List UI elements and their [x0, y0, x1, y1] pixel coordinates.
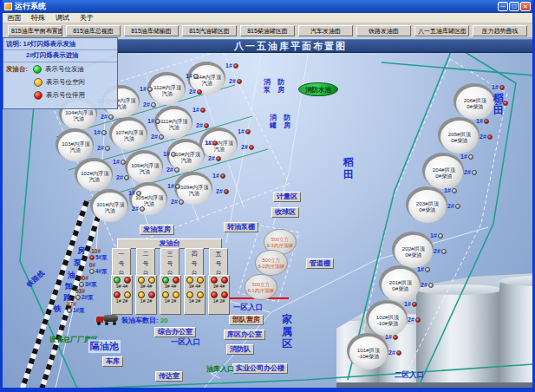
- close-button[interactable]: ✕: [520, 2, 531, 11]
- tank-lamp-2: 2#: [143, 101, 156, 108]
- tank-lamp-1: 1#: [167, 183, 180, 189]
- tank-label-line2: 0#柴油: [405, 252, 421, 258]
- rail-pump-house-char: 油: [68, 270, 75, 281]
- storage-tank-500m3-1[interactable]: 500立方6-1内浮顶罐: [245, 274, 277, 300]
- tank-label-line2: 汽油: [169, 124, 179, 130]
- tank-label-line2: 汽油: [124, 135, 134, 141]
- lamp-3: [211, 277, 218, 284]
- minimize-button[interactable]: ─: [498, 2, 508, 11]
- tank-lamp-1: 1#: [430, 232, 443, 238]
- lamp-4: [173, 277, 179, 284]
- tank-body: 107#内浮顶汽油: [112, 121, 147, 150]
- gray-indicator-lamp: [179, 199, 184, 205]
- gray-indicator-lamp: [175, 184, 180, 189]
- tank-body: 206#拱顶0#柴油: [456, 87, 494, 120]
- tank-label-line1: 109#内浮顶: [180, 184, 208, 190]
- tank-lamp-1: 1#: [113, 159, 126, 165]
- fire-water-pool: 消防水池: [298, 82, 338, 96]
- tank-lamp-1: 1#: [385, 334, 398, 340]
- tank-label-line2: 0#柴油: [466, 103, 483, 109]
- lamp-row-12: [162, 291, 179, 298]
- tank-lamp-2: 2#: [388, 350, 401, 356]
- tank-label-line1: 111#内浮顶: [160, 118, 187, 124]
- fire-brigade: 消防队: [226, 344, 254, 355]
- legend-item-text: 表示号位空闲: [46, 78, 85, 87]
- nav-button[interactable]: 815油库总视图: [66, 25, 121, 36]
- gray-indicator-lamp: [441, 249, 447, 254]
- maximize-button[interactable]: □: [509, 2, 519, 11]
- tank-label-line2: 汽油: [202, 80, 212, 86]
- tank-label-line1: 202#拱顶: [402, 245, 425, 252]
- tank-lamp-2: 2#: [151, 134, 164, 140]
- lamp-2: [221, 291, 228, 298]
- nav-button[interactable]: 815汽油罐区图: [182, 25, 237, 36]
- platform-1-lamps: 3# 4#1# 2#: [111, 275, 133, 315]
- small-tank-label1: 500立方: [252, 282, 270, 287]
- tank-label-line1: 112#内浮顶: [153, 84, 181, 90]
- lamp-labels-12: 1# 2#: [189, 298, 201, 303]
- platform-3-lamps: 3# 4#1# 2#: [160, 275, 181, 315]
- unloading-pump-5#泵: -10#5#泵: [89, 248, 108, 260]
- tank-label-line1: 205#拱顶: [448, 131, 471, 137]
- lamp-3: [186, 277, 193, 284]
- red-indicator-lamp: [245, 129, 251, 134]
- small-tank-label2: 6-2内浮顶罐: [258, 264, 284, 269]
- tank-label-line1: 107#内浮顶: [115, 129, 143, 135]
- truck-counter: 装油车数目:20: [121, 316, 168, 325]
- tank-label-line2: 汽油: [144, 200, 154, 206]
- storage-tank-500m3-2[interactable]: 500立方6-2内浮顶罐: [255, 250, 288, 276]
- nav-button[interactable]: 汽车发油图: [298, 25, 353, 36]
- nav-button[interactable]: 压力趋势曲线: [473, 25, 527, 36]
- tank-lamp-2: 2#: [447, 203, 460, 209]
- nav-button[interactable]: 八一五油库罐区图: [414, 25, 469, 36]
- tank-lamp-1: 1#: [476, 118, 489, 124]
- tank-label-line2: 0#柴油: [451, 137, 467, 143]
- tank-label-line1: 102#内浮顶: [81, 170, 108, 176]
- plant-map-canvas: 八一五油库平面布置图 说明: 1#灯闪烁表示发油 2#灯闪烁表示进油 发油台:表…: [3, 37, 532, 388]
- menu-item-画面[interactable]: 画面: [7, 13, 21, 23]
- tank-lamp-1: 1#: [417, 266, 430, 272]
- nav-button[interactable]: 815油库平面布置图: [8, 25, 62, 36]
- menu-item-特殊[interactable]: 特殊: [31, 13, 45, 23]
- red-indicator-lamp: [89, 255, 95, 260]
- tank-label-line2: 汽油: [214, 146, 225, 152]
- map-title: 八一五油库平面布置图: [118, 39, 532, 53]
- lamp-1: [138, 291, 145, 298]
- tank-label-line2: 汽油: [162, 90, 173, 96]
- tank-label-line1: 204#拱顶: [433, 167, 455, 173]
- tank-lamp-2: 2#: [101, 114, 114, 120]
- lamp-3: [162, 277, 169, 284]
- tank-body: 103#内浮顶汽油: [58, 132, 93, 161]
- gray-indicator-lamp: [452, 188, 457, 193]
- garage: 车库: [102, 356, 123, 367]
- tank-lamp-1: 1#: [192, 107, 206, 113]
- tank-label-line2: -10#柴油: [377, 320, 399, 326]
- menu-item-关于[interactable]: 关于: [80, 13, 94, 23]
- unloading-pump-3#泵: 90#3#泵: [79, 275, 97, 287]
- pump-row: 4#泵: [89, 268, 108, 274]
- red-indicator-lamp: [200, 108, 206, 113]
- legend-platform-label: 发油台:: [6, 65, 28, 74]
- nav-button[interactable]: 铁路发油图: [356, 25, 411, 36]
- menu-item-调试[interactable]: 调试: [55, 13, 69, 23]
- nav-button[interactable]: 815油库储输图: [124, 25, 179, 36]
- pump-name: 1#泵: [73, 307, 85, 313]
- tank-label-line1: 110#内浮顶: [173, 151, 200, 157]
- gray-indicator-lamp: [425, 267, 430, 272]
- app-window: 运行系统 ─□✕ 画面特殊调试关于 815油库平面布置图815油库总视图815油…: [0, 0, 535, 392]
- tank-label-line1: 101#内浮顶: [96, 201, 124, 207]
- pump-row: 5#泵: [89, 254, 108, 260]
- gray-indicator-lamp: [108, 114, 114, 120]
- tank-lamp-1: 1#: [128, 190, 141, 196]
- tank-lamp-1: 1#: [186, 73, 199, 79]
- tank-lamp-2: 2#: [421, 282, 434, 288]
- tank-lamp-2: 2#: [434, 248, 447, 254]
- rail-pump-house-char: 泵: [74, 258, 82, 269]
- tank-label-line1: 203#拱顶: [416, 200, 439, 206]
- red-indicator-lamp: [197, 89, 202, 95]
- nav-button[interactable]: 815柴油罐区图: [240, 25, 295, 36]
- tank-label-line2: 0#柴油: [392, 285, 408, 291]
- lamp-1: [211, 291, 218, 298]
- lamp-labels-12: 1# 2#: [116, 298, 128, 303]
- red-indicator-lamp: [487, 134, 493, 140]
